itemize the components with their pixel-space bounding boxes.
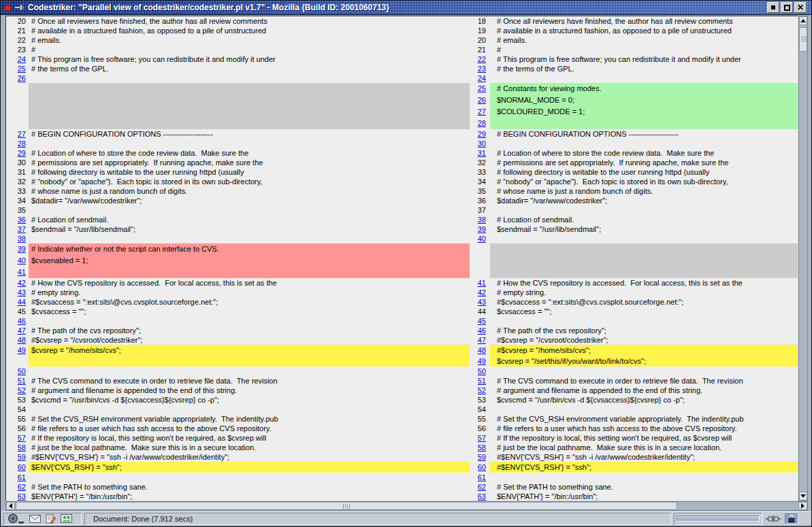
line-number-link[interactable]: 48 xyxy=(478,346,486,354)
line-number-link[interactable]: 45 xyxy=(478,317,486,325)
line-number: 38 xyxy=(470,215,490,224)
line-number-link[interactable]: 48 xyxy=(18,336,26,344)
line-number-link[interactable]: 26 xyxy=(18,74,26,82)
line-number-link[interactable]: 29 xyxy=(478,130,486,138)
line-number-link[interactable]: 38 xyxy=(18,235,26,243)
maximize-button[interactable] xyxy=(781,2,793,13)
line-number-link[interactable]: 40 xyxy=(18,256,26,265)
horizontal-scroll-thumb[interactable] xyxy=(16,502,677,510)
line-number-link[interactable]: 43 xyxy=(18,288,26,296)
line-number-link[interactable]: 58 xyxy=(18,443,26,452)
line-number-link[interactable]: 47 xyxy=(18,326,26,335)
diff-row: 57# If the repository is local, this set… xyxy=(6,433,798,443)
line-number-link[interactable]: 52 xyxy=(478,386,486,394)
line-number-link[interactable]: 51 xyxy=(18,377,26,385)
close-button[interactable]: ✕ xyxy=(794,2,807,13)
line-number-link[interactable]: 24 xyxy=(478,74,486,82)
line-number-link[interactable]: 63 xyxy=(18,492,26,500)
line-number-link[interactable]: 44 xyxy=(18,298,26,306)
line-number-link[interactable]: 28 xyxy=(18,139,26,148)
plug-icon[interactable] xyxy=(766,515,781,523)
line-number-link[interactable]: 43 xyxy=(478,298,486,306)
line-number-link[interactable]: 23 xyxy=(478,65,486,73)
code-line xyxy=(490,405,798,414)
code-line: #$ENV{'CVS_RSH'} = "ssh -i /var/www/code… xyxy=(29,452,470,462)
code-line: $cvsrep = "/set/this/if/you/want/to/link… xyxy=(490,356,798,367)
arrow-left-icon xyxy=(9,503,12,509)
pin-icon[interactable] xyxy=(15,3,25,12)
line-number-link[interactable]: 39 xyxy=(478,225,486,233)
line-number-link[interactable]: 50 xyxy=(478,367,486,375)
navigator-icon[interactable] xyxy=(7,513,25,524)
line-number-link[interactable]: 30 xyxy=(478,139,486,148)
line-number-link[interactable]: 25 xyxy=(18,65,26,73)
line-number: 26 xyxy=(470,95,490,106)
line-number-link[interactable]: 42 xyxy=(478,288,486,296)
line-number-link[interactable]: 38 xyxy=(478,216,486,224)
scroll-down-button[interactable] xyxy=(799,492,807,500)
line-number-link[interactable]: 31 xyxy=(478,149,486,157)
line-number-link[interactable]: 57 xyxy=(18,434,26,442)
code-line: # How the CVS repository is accessed. Fo… xyxy=(490,278,798,288)
line-number-link[interactable]: 52 xyxy=(18,386,26,394)
vertical-scrollbar[interactable] xyxy=(798,16,808,501)
line-number-link[interactable]: 41 xyxy=(18,268,26,276)
line-number-link[interactable]: 60 xyxy=(18,463,26,471)
line-number: 47 xyxy=(6,326,29,335)
line-number-link[interactable]: 42 xyxy=(18,279,26,287)
line-number-link[interactable]: 24 xyxy=(18,55,26,63)
addressbook-icon[interactable] xyxy=(61,514,72,523)
line-number-link[interactable]: 60 xyxy=(478,463,486,471)
scroll-right-button[interactable] xyxy=(798,502,807,510)
code-line: #$cvsrep = "/cvsroot/codestriker"; xyxy=(490,335,798,345)
line-number-link[interactable]: 59 xyxy=(18,453,26,461)
security-lock-button[interactable] xyxy=(785,513,798,524)
code-line: # This program is free software; you can… xyxy=(490,54,798,64)
line-number-link[interactable]: 62 xyxy=(478,483,486,491)
line-number-link[interactable]: 50 xyxy=(18,367,26,375)
line-number-link[interactable]: 49 xyxy=(18,346,26,354)
line-number: 43 xyxy=(470,297,490,307)
line-number-link[interactable]: 51 xyxy=(478,377,486,385)
line-number-link[interactable]: 62 xyxy=(18,483,26,491)
line-number-link[interactable]: 27 xyxy=(18,130,26,138)
scroll-left-button[interactable] xyxy=(6,502,15,510)
line-number-link[interactable]: 57 xyxy=(478,434,486,442)
line-number: 44 xyxy=(6,297,29,307)
line-number-link[interactable]: 25 xyxy=(478,84,486,92)
line-number-link[interactable]: 22 xyxy=(478,55,486,63)
title-bar: Codestriker: "Parallel view of codestrik… xyxy=(1,1,811,15)
composer-icon[interactable] xyxy=(46,514,56,524)
horizontal-scrollbar[interactable] xyxy=(5,501,808,511)
line-number-link[interactable]: 61 xyxy=(18,473,26,481)
line-number-link[interactable]: 46 xyxy=(478,326,486,335)
scroll-up-button[interactable] xyxy=(799,16,807,25)
vertical-scroll-thumb[interactable] xyxy=(799,27,807,52)
line-number-link[interactable]: 26 xyxy=(478,96,486,104)
line-number-link[interactable]: 41 xyxy=(478,279,486,287)
line-number-link[interactable]: 47 xyxy=(478,336,486,344)
line-number: 58 xyxy=(470,443,490,452)
line-number: 25 xyxy=(6,64,29,73)
mail-icon[interactable] xyxy=(29,515,41,523)
line-number-link[interactable]: 46 xyxy=(18,317,26,325)
minimize-button[interactable] xyxy=(767,2,779,13)
line-number: 36 xyxy=(470,196,490,205)
browser-window: Codestriker: "Parallel view of codestrik… xyxy=(0,0,812,527)
line-number-link[interactable]: 39 xyxy=(18,245,26,253)
line-number: 52 xyxy=(470,386,490,395)
line-number-link[interactable]: 29 xyxy=(18,149,26,157)
line-number-link[interactable]: 58 xyxy=(478,443,486,452)
line-number-link[interactable]: 40 xyxy=(478,235,486,243)
line-number-link[interactable]: 59 xyxy=(478,453,486,461)
line-number-link[interactable]: 36 xyxy=(18,216,26,224)
line-number-link[interactable]: 49 xyxy=(478,357,486,365)
line-number-link[interactable]: 27 xyxy=(478,107,486,116)
line-number-link[interactable]: 61 xyxy=(478,473,486,481)
diff-row: 23#21# xyxy=(6,45,798,54)
status-bar: Document: Done (7.912 secs) xyxy=(1,511,812,525)
line-number: 30 xyxy=(6,158,29,167)
line-number-link[interactable]: 28 xyxy=(478,119,486,127)
line-number-link[interactable]: 37 xyxy=(18,225,26,233)
line-number-link[interactable]: 63 xyxy=(478,492,486,500)
